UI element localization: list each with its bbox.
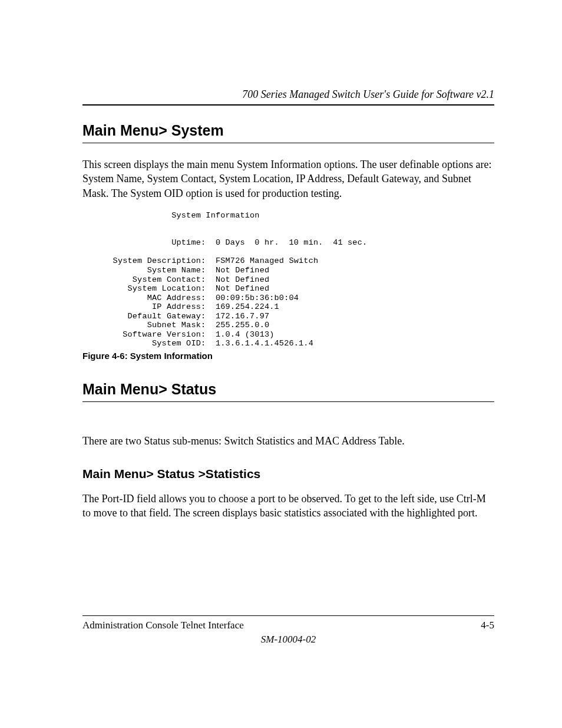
section-rule-2 bbox=[82, 401, 494, 402]
heading-main-menu-system: Main Menu> System bbox=[82, 122, 494, 139]
figure-caption: Figure 4-6: System Information bbox=[82, 351, 494, 361]
paragraph-statistics-intro: The Port-ID field allows you to choose a… bbox=[82, 492, 494, 521]
footer-doc-id: SM-10004-02 bbox=[82, 634, 494, 645]
page: 700 Series Managed Switch User's Guide f… bbox=[0, 0, 562, 728]
heading-main-menu-status-statistics: Main Menu> Status >Statistics bbox=[82, 467, 494, 481]
heading-main-menu-status: Main Menu> Status bbox=[82, 381, 494, 398]
system-information-screenshot: System Information Uptime: 0 Days 0 hr. … bbox=[103, 211, 494, 348]
footer-rule bbox=[82, 615, 494, 616]
running-header: 700 Series Managed Switch User's Guide f… bbox=[82, 88, 494, 101]
paragraph-status-intro: There are two Status sub-menus: Switch S… bbox=[82, 434, 494, 448]
section-rule-1 bbox=[82, 143, 494, 143]
footer-page-number: 4-5 bbox=[481, 620, 494, 631]
paragraph-system-intro: This screen displays the main menu Syste… bbox=[82, 157, 494, 200]
footer-left: Administration Console Telnet Interface bbox=[82, 620, 244, 631]
header-rule bbox=[82, 104, 494, 106]
page-footer: Administration Console Telnet Interface … bbox=[82, 615, 494, 645]
